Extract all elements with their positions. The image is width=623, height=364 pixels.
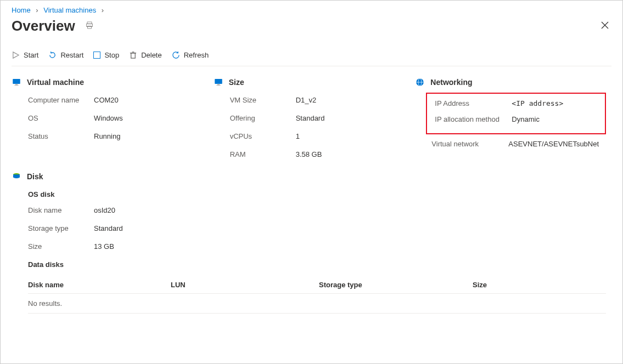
col-size: Size xyxy=(473,281,606,289)
data-disks-header: Data disks xyxy=(28,260,611,269)
svg-rect-10 xyxy=(15,84,18,86)
svg-rect-12 xyxy=(215,79,222,84)
os-label: OS xyxy=(28,114,88,122)
col-storage-type: Storage type xyxy=(319,281,473,289)
globe-icon xyxy=(415,77,425,87)
print-button[interactable] xyxy=(83,19,96,33)
svg-rect-0 xyxy=(87,22,92,24)
restart-button[interactable]: Restart xyxy=(48,50,83,60)
disk-header: Disk xyxy=(27,172,43,181)
vnet-label: Virtual network xyxy=(431,140,503,148)
page-title: Overview xyxy=(12,18,75,35)
col-lun: LUN xyxy=(171,281,319,289)
vmsize-label: VM Size xyxy=(230,96,290,104)
svg-rect-1 xyxy=(86,24,92,26)
svg-rect-13 xyxy=(217,84,220,86)
stop-icon xyxy=(93,52,100,59)
stop-button[interactable]: Stop xyxy=(93,50,119,60)
close-icon xyxy=(600,21,609,30)
toolbar: Start Restart Stop Delete Refresh xyxy=(12,44,611,66)
svg-rect-14 xyxy=(216,85,221,86)
computer-name-label: Computer name xyxy=(28,96,88,104)
os-disk-header: OS disk xyxy=(28,190,611,198)
status-label: Status xyxy=(28,132,88,140)
start-label: Start xyxy=(24,51,38,59)
chevron-right-icon: › xyxy=(102,6,104,14)
ip-alloc-value: Dynamic xyxy=(512,115,540,123)
disk-icon xyxy=(12,172,21,181)
offering-label: Offering xyxy=(230,114,290,122)
status-value: Running xyxy=(94,132,120,140)
svg-rect-11 xyxy=(14,85,19,86)
breadcrumb: Home › Virtual machines › xyxy=(12,6,611,14)
delete-label: Delete xyxy=(141,51,162,59)
vmsize-value: D1_v2 xyxy=(296,96,317,104)
svg-rect-9 xyxy=(13,79,20,84)
size-section: Size VM SizeD1_v2 OfferingStandard vCPUs… xyxy=(214,77,410,168)
chevron-right-icon: › xyxy=(36,6,38,14)
ram-label: RAM xyxy=(230,150,290,158)
restart-label: Restart xyxy=(60,51,83,59)
storage-type-value: Standard xyxy=(94,224,123,232)
vcpus-label: vCPUs xyxy=(230,132,290,140)
refresh-button[interactable]: Refresh xyxy=(172,50,209,60)
no-results-text: No results. xyxy=(28,299,62,308)
vnet-value: ASEVNET/ASEVNETsubNet xyxy=(508,140,599,148)
col-disk-name: Disk name xyxy=(28,281,171,289)
play-icon xyxy=(12,51,20,59)
table-row-empty: No results. xyxy=(28,294,606,314)
disk-name-value: osId20 xyxy=(94,206,115,214)
breadcrumb-home[interactable]: Home xyxy=(12,6,31,14)
stop-label: Stop xyxy=(104,51,119,59)
table-header-row: Disk name LUN Storage type Size xyxy=(28,276,606,294)
restart-icon xyxy=(48,51,57,59)
monitor-icon xyxy=(214,77,223,87)
monitor-icon xyxy=(12,77,21,87)
svg-rect-2 xyxy=(87,26,91,29)
storage-type-label: Storage type xyxy=(28,224,88,232)
networking-highlight-box: IP Address<IP address> IP allocation met… xyxy=(426,93,606,134)
disk-size-value: 13 GB xyxy=(94,242,114,251)
disk-size-label: Size xyxy=(28,242,88,251)
data-disks-table: Disk name LUN Storage type Size No resul… xyxy=(28,276,606,314)
computer-name-value: COM20 xyxy=(94,96,119,104)
offering-value: Standard xyxy=(296,114,325,122)
vm-header: Virtual machine xyxy=(27,78,84,87)
print-icon xyxy=(85,21,94,30)
size-header: Size xyxy=(229,78,244,87)
trash-icon xyxy=(129,51,137,59)
ip-alloc-label: IP allocation method xyxy=(435,115,506,123)
vcpus-value: 1 xyxy=(296,132,300,140)
networking-section: Networking IP Address<IP address> IP all… xyxy=(415,77,611,168)
breadcrumb-virtual-machines[interactable]: Virtual machines xyxy=(43,6,96,14)
networking-header: Networking xyxy=(430,78,472,87)
start-button[interactable]: Start xyxy=(12,50,38,60)
ip-address-value: <IP address> xyxy=(512,99,563,107)
svg-rect-6 xyxy=(131,53,136,58)
disk-section: Disk OS disk Disk nameosId20 Storage typ… xyxy=(12,172,611,314)
vm-section: Virtual machine Computer nameCOM20 OSWin… xyxy=(12,77,208,168)
disk-name-label: Disk name xyxy=(28,206,88,214)
delete-button[interactable]: Delete xyxy=(129,50,162,60)
svg-marker-5 xyxy=(13,52,19,58)
refresh-label: Refresh xyxy=(184,51,209,59)
refresh-icon xyxy=(172,51,180,59)
ram-value: 3.58 GB xyxy=(296,150,322,158)
ip-address-label: IP Address xyxy=(435,99,506,107)
close-button[interactable] xyxy=(598,19,611,33)
os-value: Windows xyxy=(94,114,123,122)
